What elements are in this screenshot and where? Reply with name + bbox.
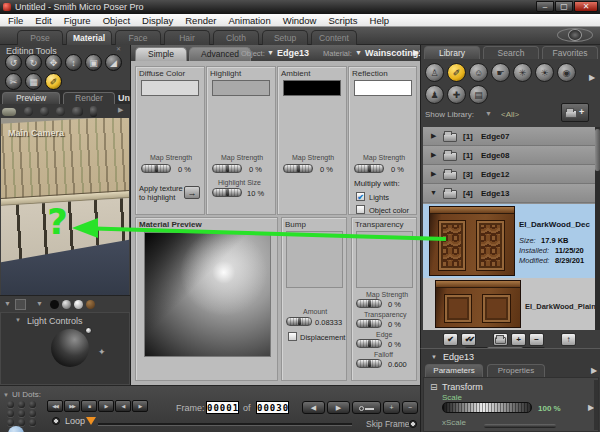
material-preview-image[interactable] (144, 232, 271, 357)
tab-search[interactable]: Search (483, 46, 539, 59)
ui-dot[interactable] (7, 410, 14, 417)
display-style-lit-wireframe-icon[interactable] (62, 300, 71, 309)
xscale-dial[interactable] (484, 424, 556, 428)
light-control-ball[interactable] (51, 329, 89, 367)
scrollbar-thumb[interactable] (595, 129, 600, 171)
camera-plane-icon[interactable] (72, 107, 83, 116)
move-up-button[interactable]: ↑ (561, 333, 576, 346)
menu-figure[interactable]: Figure (58, 15, 97, 26)
display-style-silhouette-icon[interactable] (50, 300, 59, 309)
twist-tool-button[interactable]: ↻ (25, 54, 42, 71)
editing-tools-close-icon[interactable]: ✕ (116, 45, 121, 52)
tab-pose[interactable]: Pose (17, 30, 63, 45)
library-folder-edge12[interactable]: ▶ [3] Edge12 (423, 165, 595, 184)
last-frame-button[interactable]: ▶▶ (64, 400, 80, 412)
library-folder-edge08[interactable]: ▶ [1] Edge08 (423, 146, 595, 165)
expander-icon[interactable]: ▶ (431, 170, 436, 178)
params-scrollbar[interactable] (594, 380, 598, 430)
timeline-track[interactable] (98, 423, 352, 425)
scale-dial[interactable] (442, 402, 532, 413)
menu-help[interactable]: Help (364, 15, 396, 26)
ui-dot[interactable] (29, 401, 36, 408)
library-category-scenes-button[interactable]: ▤ (469, 85, 488, 104)
lights-checkbox[interactable]: ✔ (356, 192, 365, 201)
camera-trackball-icon[interactable] (56, 107, 65, 116)
falloff-slider[interactable] (356, 359, 382, 368)
next-keyframe-button[interactable]: ▶ (327, 401, 350, 414)
minimize-button[interactable]: – (536, 1, 554, 12)
skip-frames-radio[interactable] (409, 420, 417, 428)
title-bar[interactable]: Untitled - Smith Micro Poser Pro (0, 0, 600, 14)
apply-texture-button[interactable]: → (184, 186, 200, 199)
add-library-button[interactable]: + (561, 103, 589, 122)
tab-content[interactable]: Content (311, 30, 357, 45)
library-category-figures-button[interactable]: ♙ (425, 63, 444, 82)
camera-knob-icon[interactable] (40, 107, 49, 116)
menu-object[interactable]: Object (97, 15, 136, 26)
highlight-map-strength-slider[interactable] (212, 164, 242, 173)
tab-favorites[interactable]: Favorites (542, 46, 598, 59)
menu-edit[interactable]: Edit (29, 15, 57, 26)
menu-file[interactable]: File (2, 15, 29, 26)
camera-dolly-icon[interactable] (90, 106, 97, 117)
ambient-color-swatch[interactable] (283, 80, 341, 96)
reflection-map-strength-slider[interactable] (354, 164, 384, 173)
ui-dot[interactable] (29, 419, 36, 426)
library-folder-edge13[interactable]: ▼ [4] Edge13 (423, 184, 595, 203)
tab-simple[interactable]: Simple (135, 47, 187, 61)
diffuse-color-swatch[interactable] (141, 80, 199, 96)
library-category-face-button[interactable]: ☺ (469, 63, 488, 82)
camera-more-arrow-icon[interactable]: ▶ (118, 106, 123, 114)
delete-keyframe-button[interactable]: − (402, 401, 418, 414)
material-dropdown-icon[interactable]: ▼ (355, 49, 362, 56)
transform-group-label[interactable]: Transform (442, 382, 483, 392)
xscale-dial-label[interactable]: xScale (442, 418, 466, 427)
menu-render[interactable]: Render (179, 15, 222, 26)
camera-knob-icon[interactable] (24, 107, 33, 116)
tab-parameters[interactable]: Parameters (425, 364, 483, 377)
expander-icon[interactable]: ▶ (431, 151, 436, 159)
frame-current-field[interactable]: 00001 (206, 401, 239, 414)
library-scrollbar[interactable] (595, 127, 600, 330)
object-dropdown-icon[interactable]: ▼ (267, 49, 274, 56)
highlight-size-slider[interactable] (212, 188, 242, 197)
apply-library-item-button[interactable]: ✔ (443, 333, 458, 346)
ui-dot[interactable] (7, 401, 14, 408)
tab-hair[interactable]: Hair (164, 30, 210, 45)
object-color-checkbox[interactable] (356, 205, 365, 214)
edit-keyframes-button[interactable] (352, 401, 381, 414)
library-folder-edge07[interactable]: ▶ [1] Edge07 (423, 127, 595, 146)
expander-icon[interactable]: ▼ (430, 189, 437, 196)
ui-dot[interactable] (7, 419, 14, 426)
maximize-button[interactable]: ▢ (555, 1, 573, 12)
scale-dial-label[interactable]: Scale (442, 393, 462, 402)
object-value[interactable]: Edge13 (277, 48, 309, 58)
apply-all-button[interactable]: ✔✔ (461, 333, 476, 346)
scale-tool-button[interactable]: ▣ (85, 54, 102, 71)
darkwood-dec-thumbnail[interactable] (429, 206, 515, 276)
edge-slider[interactable] (356, 339, 382, 348)
rotate-tool-button[interactable]: ↺ (5, 54, 22, 71)
prev-keyframe-button[interactable]: ◀ (302, 401, 325, 414)
ui-dot[interactable] (18, 401, 25, 408)
frame-total-field[interactable]: 00030 (256, 401, 289, 414)
ui-dot-active[interactable] (8, 426, 24, 432)
show-library-dropdown-icon[interactable]: ▼ (485, 110, 492, 117)
ui-dot[interactable] (18, 419, 25, 426)
next-frame-button[interactable]: ▶ (132, 400, 148, 412)
camera-hand-icon[interactable] (2, 108, 16, 116)
prev-frame-button[interactable]: ◀ (115, 400, 131, 412)
collapse-arrow-icon[interactable]: ▼ (15, 317, 21, 323)
tab-properties[interactable]: Properties (487, 364, 545, 377)
bump-amount-slider[interactable] (286, 317, 312, 326)
params-more-arrow-icon[interactable]: ▶ (591, 366, 597, 375)
open-folder-button[interactable] (493, 333, 508, 346)
highlight-color-swatch[interactable] (212, 80, 270, 96)
library-category-cameras-button[interactable]: ◉ (557, 63, 576, 82)
library-more-arrow-icon[interactable]: ▶ (589, 73, 595, 82)
dropdown-icon[interactable]: ▼ (4, 300, 11, 307)
library-item-darkwood-dec[interactable]: EI_DarkWood_Dec Size: 17.9 KB Installed:… (423, 204, 595, 278)
dropdown-icon[interactable]: ▼ (36, 300, 43, 307)
display-style-smooth-shaded-icon[interactable] (74, 300, 83, 309)
tab-material[interactable]: Material (66, 30, 112, 45)
